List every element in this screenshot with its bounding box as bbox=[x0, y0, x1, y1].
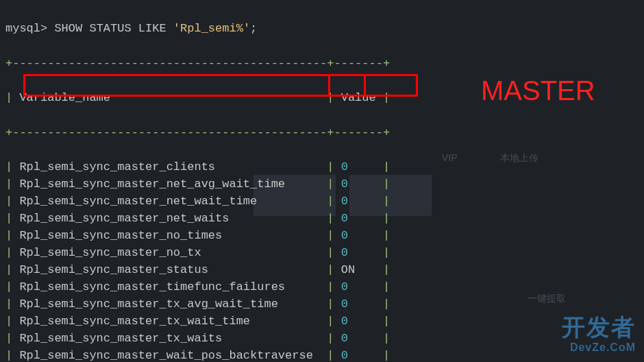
variable-name: Rpl_semi_sync_master_no_times bbox=[19, 227, 327, 245]
table-row: | Rpl_semi_sync_master_tx_avg_wait_time … bbox=[5, 296, 639, 313]
table-row: | Rpl_semi_sync_master_timefunc_failures… bbox=[5, 279, 639, 296]
table-border-mid: +---------------------------------------… bbox=[5, 124, 390, 142]
mysql-terminal: mysql> SHOW STATUS LIKE 'Rpl_semi%'; +--… bbox=[0, 0, 644, 362]
variable-value: 0 bbox=[341, 158, 383, 176]
variable-value: 0 bbox=[341, 347, 383, 362]
variable-value: 0 bbox=[341, 193, 383, 210]
variable-name: Rpl_semi_sync_master_timefunc_failures bbox=[19, 278, 327, 296]
col-header-name: Variable_name bbox=[19, 89, 110, 107]
table-row: | Rpl_semi_sync_master_net_wait_time | 0… bbox=[5, 193, 639, 210]
sql-string: 'Rpl_semi%' bbox=[173, 20, 250, 38]
variable-value: 0 bbox=[341, 227, 383, 245]
variable-value: 0 bbox=[341, 295, 383, 313]
variable-value: 0 bbox=[341, 210, 383, 228]
variable-value: 0 bbox=[341, 244, 383, 262]
command-line: mysql> SHOW STATUS LIKE 'Rpl_semi%'; bbox=[5, 21, 639, 38]
variable-name: Rpl_semi_sync_master_clients bbox=[19, 158, 327, 176]
master-annotation: MASTER bbox=[481, 70, 595, 111]
variable-name: Rpl_semi_sync_master_wait_pos_backtraver… bbox=[19, 347, 327, 362]
table-row: | Rpl_semi_sync_master_status | ON | bbox=[5, 262, 639, 279]
variable-value: 0 bbox=[341, 313, 383, 330]
variable-name: Rpl_semi_sync_master_net_waits bbox=[19, 210, 327, 228]
table-border-top: +---------------------------------------… bbox=[5, 55, 390, 73]
variable-name: Rpl_semi_sync_master_status bbox=[19, 261, 327, 279]
variable-name: Rpl_semi_sync_master_tx_wait_time bbox=[19, 313, 327, 330]
table-row: | Rpl_semi_sync_master_no_tx | 0 | bbox=[5, 245, 639, 262]
variable-value: 0 bbox=[341, 176, 383, 193]
variable-name: Rpl_semi_sync_master_tx_avg_wait_time bbox=[19, 295, 327, 313]
variable-name: Rpl_semi_sync_master_tx_waits bbox=[19, 330, 327, 348]
sql-command: SHOW STATUS LIKE bbox=[54, 20, 173, 38]
variable-name: Rpl_semi_sync_master_net_wait_time bbox=[19, 193, 327, 210]
variable-value: 0 bbox=[341, 278, 383, 296]
variable-value: 0 bbox=[341, 330, 383, 348]
table-row: | Rpl_semi_sync_master_tx_wait_time | 0 … bbox=[5, 313, 639, 330]
watermark-text-2: DevZe.CoM bbox=[570, 339, 636, 356]
variable-value: ON bbox=[341, 261, 383, 279]
table-row: | Rpl_semi_sync_master_clients | 0 | bbox=[5, 159, 639, 176]
variable-name: Rpl_semi_sync_master_no_tx bbox=[19, 244, 327, 262]
col-header-value: Value bbox=[341, 89, 376, 107]
table-row: | Rpl_semi_sync_master_net_waits | 0 | bbox=[5, 210, 639, 228]
mysql-prompt: mysql> bbox=[5, 20, 54, 38]
variable-name: Rpl_semi_sync_master_net_avg_wait_time bbox=[19, 176, 327, 193]
table-row: | Rpl_semi_sync_master_no_times | 0 | bbox=[5, 228, 639, 245]
table-row: | Rpl_semi_sync_master_wait_pos_backtrav… bbox=[5, 348, 639, 363]
table-row: | Rpl_semi_sync_master_net_avg_wait_time… bbox=[5, 176, 639, 193]
table-row: | Rpl_semi_sync_master_tx_waits | 0 | bbox=[5, 330, 639, 348]
